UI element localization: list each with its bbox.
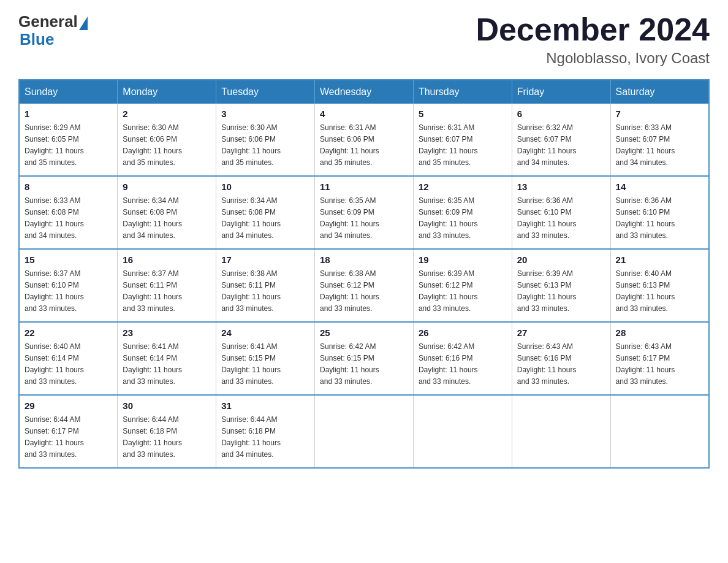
weekday-header-wednesday: Wednesday xyxy=(315,80,414,104)
day-number: 22 xyxy=(25,327,112,338)
calendar-day-cell: 8 Sunrise: 6:33 AMSunset: 6:08 PMDayligh… xyxy=(19,176,118,249)
day-number: 24 xyxy=(221,327,309,338)
weekday-header-monday: Monday xyxy=(118,80,216,104)
calendar-day-cell: 27 Sunrise: 6:43 AMSunset: 6:16 PMDaylig… xyxy=(512,322,610,395)
weekday-header-friday: Friday xyxy=(512,80,610,104)
day-info: Sunrise: 6:32 AMSunset: 6:07 PMDaylight:… xyxy=(517,123,577,167)
calendar-week-row: 1 Sunrise: 6:29 AMSunset: 6:05 PMDayligh… xyxy=(19,104,709,176)
day-number: 2 xyxy=(123,109,211,119)
day-number: 31 xyxy=(221,400,309,411)
calendar-day-cell: 1 Sunrise: 6:29 AMSunset: 6:05 PMDayligh… xyxy=(19,104,118,176)
calendar-day-cell: 7 Sunrise: 6:33 AMSunset: 6:07 PMDayligh… xyxy=(610,104,709,176)
day-number: 23 xyxy=(123,327,211,338)
calendar-day-cell xyxy=(610,395,709,468)
weekday-header-sunday: Sunday xyxy=(19,80,118,104)
day-info: Sunrise: 6:39 AMSunset: 6:12 PMDaylight:… xyxy=(419,269,478,313)
day-number: 19 xyxy=(419,255,507,265)
day-info: Sunrise: 6:41 AMSunset: 6:14 PMDaylight:… xyxy=(123,342,182,386)
calendar-day-cell: 12 Sunrise: 6:35 AMSunset: 6:09 PMDaylig… xyxy=(413,176,512,249)
day-number: 21 xyxy=(616,255,703,265)
calendar-week-row: 29 Sunrise: 6:44 AMSunset: 6:17 PMDaylig… xyxy=(19,395,709,468)
day-number: 18 xyxy=(320,255,408,265)
calendar-day-cell: 24 Sunrise: 6:41 AMSunset: 6:15 PMDaylig… xyxy=(216,322,315,395)
day-info: Sunrise: 6:31 AMSunset: 6:06 PMDaylight:… xyxy=(320,123,379,167)
day-number: 14 xyxy=(616,182,703,192)
title-area: December 2024 Ngoloblasso, Ivory Coast xyxy=(476,12,710,67)
weekday-header-row: SundayMondayTuesdayWednesdayThursdayFrid… xyxy=(19,80,709,104)
day-number: 26 xyxy=(419,327,507,338)
day-number: 20 xyxy=(517,255,605,265)
calendar-day-cell xyxy=(512,395,610,468)
day-info: Sunrise: 6:30 AMSunset: 6:06 PMDaylight:… xyxy=(123,123,182,167)
calendar-day-cell: 16 Sunrise: 6:37 AMSunset: 6:11 PMDaylig… xyxy=(118,249,216,322)
day-info: Sunrise: 6:30 AMSunset: 6:06 PMDaylight:… xyxy=(221,123,281,167)
logo-blue-text: Blue xyxy=(20,30,54,49)
calendar-day-cell: 30 Sunrise: 6:44 AMSunset: 6:18 PMDaylig… xyxy=(118,395,216,468)
day-number: 28 xyxy=(616,327,703,338)
weekday-header-tuesday: Tuesday xyxy=(216,80,315,104)
calendar-day-cell: 14 Sunrise: 6:36 AMSunset: 6:10 PMDaylig… xyxy=(610,176,709,249)
calendar-week-row: 22 Sunrise: 6:40 AMSunset: 6:14 PMDaylig… xyxy=(19,322,709,395)
calendar-day-cell xyxy=(315,395,414,468)
calendar-day-cell: 10 Sunrise: 6:34 AMSunset: 6:08 PMDaylig… xyxy=(216,176,315,249)
calendar-day-cell: 28 Sunrise: 6:43 AMSunset: 6:17 PMDaylig… xyxy=(610,322,709,395)
day-info: Sunrise: 6:33 AMSunset: 6:07 PMDaylight:… xyxy=(616,123,675,167)
calendar-day-cell: 2 Sunrise: 6:30 AMSunset: 6:06 PMDayligh… xyxy=(118,104,216,176)
day-number: 27 xyxy=(517,327,605,338)
calendar-day-cell: 22 Sunrise: 6:40 AMSunset: 6:14 PMDaylig… xyxy=(19,322,118,395)
day-number: 5 xyxy=(419,109,507,119)
day-number: 1 xyxy=(25,109,112,119)
calendar-day-cell xyxy=(413,395,512,468)
calendar-day-cell: 23 Sunrise: 6:41 AMSunset: 6:14 PMDaylig… xyxy=(118,322,216,395)
logo-triangle-icon xyxy=(79,17,88,30)
calendar-table: SundayMondayTuesdayWednesdayThursdayFrid… xyxy=(18,79,710,469)
day-number: 25 xyxy=(320,327,408,338)
calendar-day-cell: 29 Sunrise: 6:44 AMSunset: 6:17 PMDaylig… xyxy=(19,395,118,468)
day-info: Sunrise: 6:29 AMSunset: 6:05 PMDaylight:… xyxy=(25,123,84,167)
day-number: 12 xyxy=(419,182,507,192)
weekday-header-saturday: Saturday xyxy=(610,80,709,104)
day-number: 10 xyxy=(221,182,309,192)
day-info: Sunrise: 6:42 AMSunset: 6:15 PMDaylight:… xyxy=(320,342,379,386)
calendar-day-cell: 6 Sunrise: 6:32 AMSunset: 6:07 PMDayligh… xyxy=(512,104,610,176)
calendar-day-cell: 3 Sunrise: 6:30 AMSunset: 6:06 PMDayligh… xyxy=(216,104,315,176)
day-info: Sunrise: 6:43 AMSunset: 6:17 PMDaylight:… xyxy=(616,342,675,386)
day-number: 7 xyxy=(616,109,703,119)
calendar-day-cell: 20 Sunrise: 6:39 AMSunset: 6:13 PMDaylig… xyxy=(512,249,610,322)
day-info: Sunrise: 6:37 AMSunset: 6:11 PMDaylight:… xyxy=(123,269,182,313)
day-info: Sunrise: 6:44 AMSunset: 6:18 PMDaylight:… xyxy=(123,415,182,459)
day-info: Sunrise: 6:34 AMSunset: 6:08 PMDaylight:… xyxy=(221,196,281,240)
calendar-day-cell: 15 Sunrise: 6:37 AMSunset: 6:10 PMDaylig… xyxy=(19,249,118,322)
logo-general-text: General xyxy=(18,12,78,31)
day-number: 30 xyxy=(123,400,211,411)
day-number: 4 xyxy=(320,109,408,119)
day-info: Sunrise: 6:36 AMSunset: 6:10 PMDaylight:… xyxy=(616,196,675,240)
day-info: Sunrise: 6:39 AMSunset: 6:13 PMDaylight:… xyxy=(517,269,577,313)
calendar-day-cell: 26 Sunrise: 6:42 AMSunset: 6:16 PMDaylig… xyxy=(413,322,512,395)
calendar-day-cell: 11 Sunrise: 6:35 AMSunset: 6:09 PMDaylig… xyxy=(315,176,414,249)
day-number: 11 xyxy=(320,182,408,192)
logo: General Blue xyxy=(18,12,88,49)
day-number: 8 xyxy=(25,182,112,192)
day-info: Sunrise: 6:35 AMSunset: 6:09 PMDaylight:… xyxy=(419,196,478,240)
day-info: Sunrise: 6:44 AMSunset: 6:17 PMDaylight:… xyxy=(25,415,84,459)
day-info: Sunrise: 6:38 AMSunset: 6:12 PMDaylight:… xyxy=(320,269,379,313)
day-info: Sunrise: 6:31 AMSunset: 6:07 PMDaylight:… xyxy=(419,123,478,167)
day-number: 9 xyxy=(123,182,211,192)
day-info: Sunrise: 6:33 AMSunset: 6:08 PMDaylight:… xyxy=(25,196,84,240)
day-info: Sunrise: 6:40 AMSunset: 6:13 PMDaylight:… xyxy=(616,269,675,313)
day-info: Sunrise: 6:44 AMSunset: 6:18 PMDaylight:… xyxy=(221,415,281,459)
calendar-day-cell: 25 Sunrise: 6:42 AMSunset: 6:15 PMDaylig… xyxy=(315,322,414,395)
day-info: Sunrise: 6:43 AMSunset: 6:16 PMDaylight:… xyxy=(517,342,577,386)
day-number: 15 xyxy=(25,255,112,265)
calendar-day-cell: 5 Sunrise: 6:31 AMSunset: 6:07 PMDayligh… xyxy=(413,104,512,176)
page-header: General Blue December 2024 Ngoloblasso, … xyxy=(18,12,710,67)
calendar-week-row: 8 Sunrise: 6:33 AMSunset: 6:08 PMDayligh… xyxy=(19,176,709,249)
day-number: 16 xyxy=(123,255,211,265)
day-number: 3 xyxy=(221,109,309,119)
calendar-week-row: 15 Sunrise: 6:37 AMSunset: 6:10 PMDaylig… xyxy=(19,249,709,322)
day-info: Sunrise: 6:36 AMSunset: 6:10 PMDaylight:… xyxy=(517,196,577,240)
calendar-day-cell: 4 Sunrise: 6:31 AMSunset: 6:06 PMDayligh… xyxy=(315,104,414,176)
day-info: Sunrise: 6:34 AMSunset: 6:08 PMDaylight:… xyxy=(123,196,182,240)
day-number: 13 xyxy=(517,182,605,192)
